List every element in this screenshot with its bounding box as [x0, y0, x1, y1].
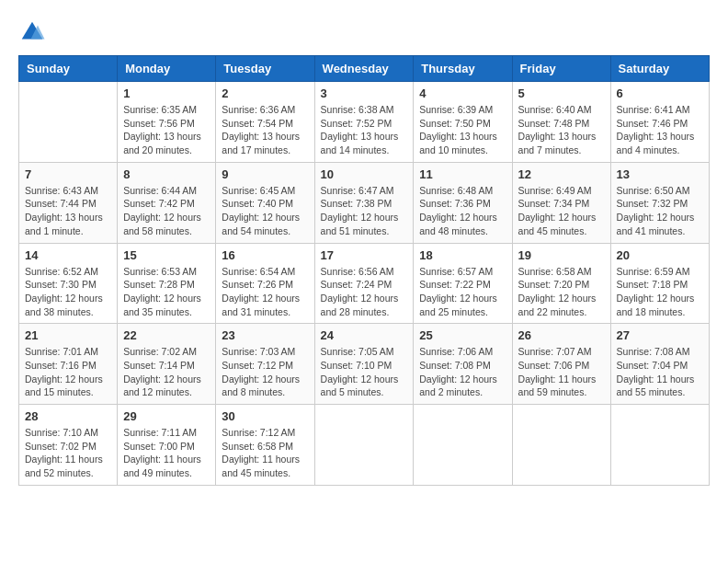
calendar-cell: 30Sunrise: 7:12 AMSunset: 6:58 PMDayligh… — [216, 405, 314, 486]
day-number: 26 — [518, 328, 605, 342]
sunset-info: Sunset: 7:00 PM — [123, 440, 210, 454]
sunrise-info: Sunrise: 6:35 AM — [123, 103, 210, 117]
daylight-info: Daylight: 12 hours and 45 minutes. — [518, 211, 605, 237]
calendar-cell: 8Sunrise: 6:44 AMSunset: 7:42 PMDaylight… — [118, 162, 216, 243]
calendar-cell: 21Sunrise: 7:01 AMSunset: 7:16 PMDayligh… — [19, 324, 118, 405]
sunset-info: Sunset: 7:56 PM — [123, 117, 210, 131]
daylight-info: Daylight: 11 hours and 52 minutes. — [25, 453, 111, 479]
calendar-table: SundayMondayTuesdayWednesdayThursdayFrid… — [18, 55, 710, 486]
sunrise-info: Sunrise: 6:45 AM — [222, 184, 308, 198]
day-number: 5 — [518, 86, 605, 100]
day-number: 28 — [25, 409, 111, 423]
sunset-info: Sunset: 7:40 PM — [222, 197, 308, 211]
sunrise-info: Sunrise: 6:52 AM — [25, 265, 111, 279]
daylight-info: Daylight: 12 hours and 41 minutes. — [617, 211, 703, 237]
daylight-info: Daylight: 13 hours and 1 minute. — [25, 211, 111, 237]
calendar-cell: 10Sunrise: 6:47 AMSunset: 7:38 PMDayligh… — [314, 162, 414, 243]
calendar-cell: 17Sunrise: 6:56 AMSunset: 7:24 PMDayligh… — [314, 243, 414, 324]
calendar-cell: 11Sunrise: 6:48 AMSunset: 7:36 PMDayligh… — [414, 162, 512, 243]
col-header-saturday: Saturday — [610, 56, 709, 82]
calendar-cell: 4Sunrise: 6:39 AMSunset: 7:50 PMDaylight… — [414, 82, 512, 163]
day-number: 2 — [222, 86, 308, 100]
day-number: 13 — [617, 167, 703, 181]
sunrise-info: Sunrise: 6:57 AM — [419, 265, 506, 279]
daylight-info: Daylight: 13 hours and 14 minutes. — [321, 130, 408, 156]
calendar-cell: 12Sunrise: 6:49 AMSunset: 7:34 PMDayligh… — [512, 162, 610, 243]
sunset-info: Sunset: 7:48 PM — [518, 117, 605, 131]
daylight-info: Daylight: 11 hours and 59 minutes. — [518, 373, 605, 399]
day-number: 10 — [321, 167, 408, 181]
calendar-week-1: 7Sunrise: 6:43 AMSunset: 7:44 PMDaylight… — [19, 162, 710, 243]
sunset-info: Sunset: 7:54 PM — [222, 117, 308, 131]
sunset-info: Sunset: 7:44 PM — [25, 197, 111, 211]
sunset-info: Sunset: 7:16 PM — [25, 359, 111, 373]
sunset-info: Sunset: 7:52 PM — [321, 117, 408, 131]
sunrise-info: Sunrise: 7:08 AM — [617, 345, 703, 359]
sunrise-info: Sunrise: 6:47 AM — [321, 184, 408, 198]
daylight-info: Daylight: 12 hours and 5 minutes. — [321, 373, 408, 399]
daylight-info: Daylight: 12 hours and 31 minutes. — [222, 292, 308, 318]
daylight-info: Daylight: 13 hours and 4 minutes. — [617, 130, 703, 156]
sunset-info: Sunset: 7:18 PM — [617, 278, 703, 292]
daylight-info: Daylight: 12 hours and 18 minutes. — [617, 292, 703, 318]
col-header-sunday: Sunday — [19, 56, 118, 82]
sunset-info: Sunset: 7:36 PM — [419, 197, 506, 211]
sunrise-info: Sunrise: 6:36 AM — [222, 103, 308, 117]
daylight-info: Daylight: 12 hours and 35 minutes. — [123, 292, 210, 318]
sunrise-info: Sunrise: 6:50 AM — [617, 184, 703, 198]
sunrise-info: Sunrise: 6:58 AM — [518, 265, 605, 279]
sunset-info: Sunset: 7:10 PM — [321, 359, 408, 373]
sunrise-info: Sunrise: 6:49 AM — [518, 184, 605, 198]
day-number: 20 — [617, 248, 703, 262]
sunset-info: Sunset: 7:24 PM — [321, 278, 408, 292]
sunset-info: Sunset: 7:12 PM — [222, 359, 308, 373]
sunrise-info: Sunrise: 6:53 AM — [123, 265, 210, 279]
sunrise-info: Sunrise: 7:06 AM — [419, 345, 506, 359]
calendar-cell: 16Sunrise: 6:54 AMSunset: 7:26 PMDayligh… — [216, 243, 314, 324]
day-number: 14 — [25, 248, 111, 262]
calendar-cell: 19Sunrise: 6:58 AMSunset: 7:20 PMDayligh… — [512, 243, 610, 324]
sunrise-info: Sunrise: 6:40 AM — [518, 103, 605, 117]
col-header-tuesday: Tuesday — [216, 56, 314, 82]
daylight-info: Daylight: 11 hours and 55 minutes. — [617, 373, 703, 399]
col-header-monday: Monday — [118, 56, 216, 82]
day-number: 11 — [419, 167, 506, 181]
calendar-cell: 22Sunrise: 7:02 AMSunset: 7:14 PMDayligh… — [118, 324, 216, 405]
day-number: 24 — [321, 328, 408, 342]
sunrise-info: Sunrise: 6:38 AM — [321, 103, 408, 117]
day-number: 7 — [25, 167, 111, 181]
sunrise-info: Sunrise: 6:41 AM — [617, 103, 703, 117]
sunset-info: Sunset: 7:32 PM — [617, 197, 703, 211]
calendar-cell: 14Sunrise: 6:52 AMSunset: 7:30 PMDayligh… — [19, 243, 118, 324]
page-header — [18, 18, 710, 46]
sunrise-info: Sunrise: 6:44 AM — [123, 184, 210, 198]
daylight-info: Daylight: 11 hours and 45 minutes. — [222, 453, 308, 479]
daylight-info: Daylight: 12 hours and 51 minutes. — [321, 211, 408, 237]
sunset-info: Sunset: 7:20 PM — [518, 278, 605, 292]
day-number: 9 — [222, 167, 308, 181]
daylight-info: Daylight: 11 hours and 49 minutes. — [123, 453, 210, 479]
logo-icon — [18, 18, 46, 46]
calendar-cell: 27Sunrise: 7:08 AMSunset: 7:04 PMDayligh… — [610, 324, 709, 405]
day-number: 30 — [222, 409, 308, 423]
calendar-cell: 3Sunrise: 6:38 AMSunset: 7:52 PMDaylight… — [314, 82, 414, 163]
calendar-cell: 29Sunrise: 7:11 AMSunset: 7:00 PMDayligh… — [118, 405, 216, 486]
col-header-wednesday: Wednesday — [314, 56, 414, 82]
sunset-info: Sunset: 7:26 PM — [222, 278, 308, 292]
calendar-cell: 9Sunrise: 6:45 AMSunset: 7:40 PMDaylight… — [216, 162, 314, 243]
daylight-info: Daylight: 12 hours and 8 minutes. — [222, 373, 308, 399]
sunrise-info: Sunrise: 6:39 AM — [419, 103, 506, 117]
col-header-thursday: Thursday — [414, 56, 512, 82]
calendar-cell: 24Sunrise: 7:05 AMSunset: 7:10 PMDayligh… — [314, 324, 414, 405]
daylight-info: Daylight: 12 hours and 28 minutes. — [321, 292, 408, 318]
day-number: 16 — [222, 248, 308, 262]
calendar-cell — [414, 405, 512, 486]
sunrise-info: Sunrise: 7:02 AM — [123, 345, 210, 359]
calendar-cell — [610, 405, 709, 486]
day-number: 22 — [123, 328, 210, 342]
daylight-info: Daylight: 12 hours and 22 minutes. — [518, 292, 605, 318]
sunset-info: Sunset: 7:08 PM — [419, 359, 506, 373]
calendar-cell: 13Sunrise: 6:50 AMSunset: 7:32 PMDayligh… — [610, 162, 709, 243]
calendar-cell — [512, 405, 610, 486]
sunset-info: Sunset: 7:14 PM — [123, 359, 210, 373]
